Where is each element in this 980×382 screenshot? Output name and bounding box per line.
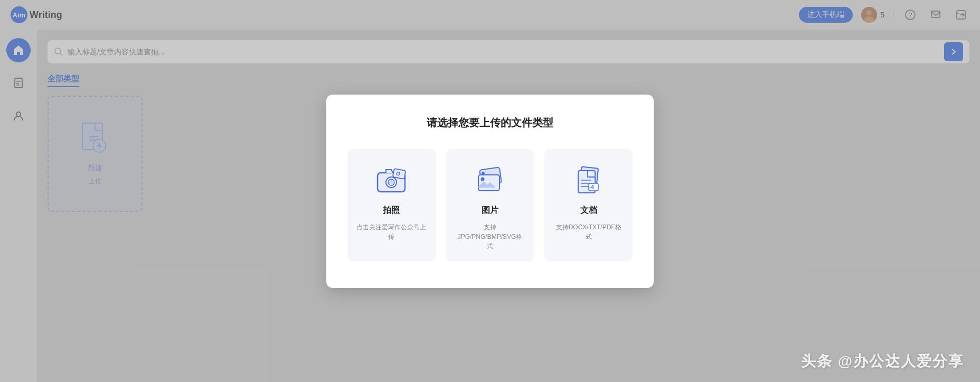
image-option-name: 图片 (482, 205, 498, 216)
modal-overlay[interactable]: 请选择您要上传的文件类型 (0, 0, 980, 382)
option-document[interactable]: -4 文档 支持DOCX/TXT/PDF格式 (544, 149, 633, 262)
svg-point-25 (397, 172, 400, 175)
camera-icon (373, 162, 410, 199)
image-icon (472, 162, 508, 199)
camera-option-desc: 点击关注爱写作公众号上传 (356, 222, 427, 241)
upload-type-modal: 请选择您要上传的文件类型 (326, 95, 654, 288)
svg-point-29 (481, 177, 485, 181)
document-option-name: 文档 (580, 205, 597, 216)
option-image[interactable]: 图片 支持JPG/PNG/BMP/SVG格式 (446, 149, 534, 262)
svg-text:-4: -4 (589, 184, 594, 190)
document-option-desc: 支持DOCX/TXT/PDF格式 (553, 222, 624, 241)
modal-title: 请选择您要上传的文件类型 (347, 116, 633, 130)
camera-option-name: 拍照 (383, 205, 400, 216)
modal-options: 拍照 点击关注爱写作公众号上传 图片 (347, 149, 633, 262)
option-camera[interactable]: 拍照 点击关注爱写作公众号上传 (347, 149, 436, 262)
svg-point-22 (388, 179, 394, 185)
svg-rect-28 (478, 175, 500, 191)
document-icon: -4 (570, 162, 607, 199)
image-option-desc: 支持JPG/PNG/BMP/SVG格式 (455, 222, 526, 251)
